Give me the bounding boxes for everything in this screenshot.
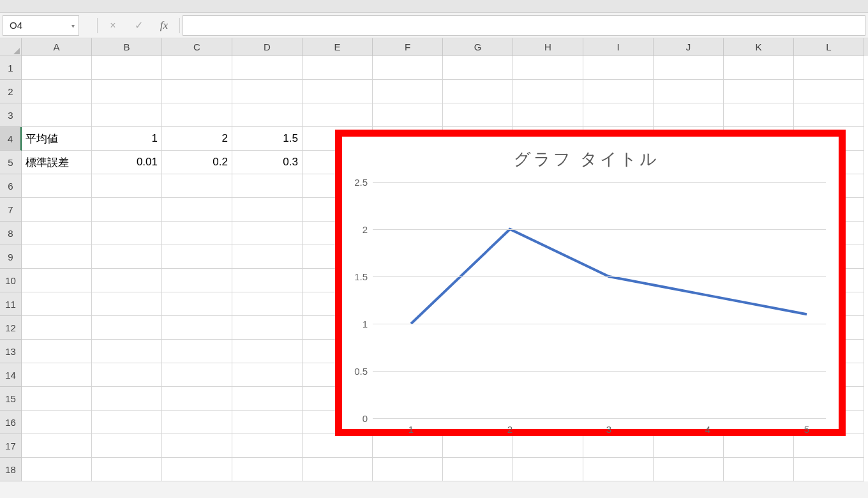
cell-B5[interactable]: 0.01 xyxy=(92,151,162,174)
cell-H3[interactable] xyxy=(513,103,583,127)
column-header-G[interactable]: G xyxy=(443,38,513,56)
cell-I1[interactable] xyxy=(583,56,654,80)
cell-D1[interactable] xyxy=(232,56,303,80)
row-header-9[interactable]: 9 xyxy=(0,245,22,269)
cell-L3[interactable] xyxy=(794,103,864,127)
cell-F17[interactable] xyxy=(373,434,443,458)
fx-icon[interactable]: fx xyxy=(151,15,177,36)
column-header-C[interactable]: C xyxy=(162,38,232,56)
cell-A4[interactable]: 平均値 xyxy=(22,127,92,151)
cell-B17[interactable] xyxy=(92,434,162,458)
column-header-L[interactable]: L xyxy=(794,38,864,56)
cell-A2[interactable] xyxy=(22,80,92,103)
row-header-6[interactable]: 6 xyxy=(0,174,22,198)
cell-B7[interactable] xyxy=(92,198,162,222)
cell-G1[interactable] xyxy=(443,56,513,80)
cell-B15[interactable] xyxy=(92,387,162,411)
cell-I17[interactable] xyxy=(583,434,654,458)
cell-A5[interactable]: 標準誤差 xyxy=(22,151,92,174)
cell-A3[interactable] xyxy=(22,103,92,127)
cell-G2[interactable] xyxy=(443,80,513,103)
cell-J3[interactable] xyxy=(654,103,724,127)
cell-D10[interactable] xyxy=(232,269,303,292)
cell-A18[interactable] xyxy=(22,458,92,481)
column-header-D[interactable]: D xyxy=(232,38,303,56)
cell-D2[interactable] xyxy=(232,80,303,103)
cell-B2[interactable] xyxy=(92,80,162,103)
cell-H1[interactable] xyxy=(513,56,583,80)
cell-C3[interactable] xyxy=(162,103,232,127)
column-header-E[interactable]: E xyxy=(303,38,373,56)
cell-B14[interactable] xyxy=(92,363,162,387)
cell-F3[interactable] xyxy=(373,103,443,127)
cell-F1[interactable] xyxy=(373,56,443,80)
cell-L17[interactable] xyxy=(794,434,864,458)
cell-A6[interactable] xyxy=(22,174,92,198)
row-header-8[interactable]: 8 xyxy=(0,222,22,245)
cell-C17[interactable] xyxy=(162,434,232,458)
cell-C13[interactable] xyxy=(162,340,232,363)
cell-A13[interactable] xyxy=(22,340,92,363)
cell-E17[interactable] xyxy=(303,434,373,458)
cell-C9[interactable] xyxy=(162,245,232,269)
cell-G3[interactable] xyxy=(443,103,513,127)
row-header-17[interactable]: 17 xyxy=(0,434,22,458)
row-header-15[interactable]: 15 xyxy=(0,387,22,411)
cell-I2[interactable] xyxy=(583,80,654,103)
cell-A16[interactable] xyxy=(22,411,92,434)
cell-J1[interactable] xyxy=(654,56,724,80)
cell-C6[interactable] xyxy=(162,174,232,198)
cell-E18[interactable] xyxy=(303,458,373,481)
cell-B8[interactable] xyxy=(92,222,162,245)
cell-K2[interactable] xyxy=(724,80,794,103)
cell-B11[interactable] xyxy=(92,292,162,316)
cell-D7[interactable] xyxy=(232,198,303,222)
cell-C1[interactable] xyxy=(162,56,232,80)
cell-E2[interactable] xyxy=(303,80,373,103)
column-header-H[interactable]: H xyxy=(513,38,583,56)
cell-C8[interactable] xyxy=(162,222,232,245)
cell-C16[interactable] xyxy=(162,411,232,434)
chart-object[interactable]: グラフ タイトル 00.511.522.512345 xyxy=(335,130,846,436)
cell-D11[interactable] xyxy=(232,292,303,316)
cell-C11[interactable] xyxy=(162,292,232,316)
cell-F2[interactable] xyxy=(373,80,443,103)
cell-C7[interactable] xyxy=(162,198,232,222)
cell-A15[interactable] xyxy=(22,387,92,411)
row-header-10[interactable]: 10 xyxy=(0,269,22,292)
name-box[interactable]: O4 ▾ xyxy=(3,15,79,36)
cell-D15[interactable] xyxy=(232,387,303,411)
cell-J17[interactable] xyxy=(654,434,724,458)
cell-B13[interactable] xyxy=(92,340,162,363)
cell-C5[interactable]: 0.2 xyxy=(162,151,232,174)
cancel-icon[interactable]: × xyxy=(100,15,126,36)
column-header-K[interactable]: K xyxy=(724,38,794,56)
row-header-2[interactable]: 2 xyxy=(0,80,22,103)
cell-L2[interactable] xyxy=(794,80,864,103)
row-header-14[interactable]: 14 xyxy=(0,363,22,387)
cell-A8[interactable] xyxy=(22,222,92,245)
column-header-B[interactable]: B xyxy=(92,38,162,56)
cell-B6[interactable] xyxy=(92,174,162,198)
cell-D18[interactable] xyxy=(232,458,303,481)
cell-D16[interactable] xyxy=(232,411,303,434)
cell-E3[interactable] xyxy=(303,103,373,127)
cell-E1[interactable] xyxy=(303,56,373,80)
cell-C10[interactable] xyxy=(162,269,232,292)
cell-B10[interactable] xyxy=(92,269,162,292)
cell-L18[interactable] xyxy=(794,458,864,481)
cell-B1[interactable] xyxy=(92,56,162,80)
cell-I18[interactable] xyxy=(583,458,654,481)
cell-C12[interactable] xyxy=(162,316,232,340)
select-all-corner[interactable] xyxy=(0,38,22,56)
cell-C2[interactable] xyxy=(162,80,232,103)
column-header-F[interactable]: F xyxy=(373,38,443,56)
cell-H2[interactable] xyxy=(513,80,583,103)
cell-A14[interactable] xyxy=(22,363,92,387)
cell-B18[interactable] xyxy=(92,458,162,481)
cell-D17[interactable] xyxy=(232,434,303,458)
enter-icon[interactable]: ✓ xyxy=(126,15,151,36)
chart-title[interactable]: グラフ タイトル xyxy=(347,148,826,170)
cell-A11[interactable] xyxy=(22,292,92,316)
cell-A1[interactable] xyxy=(22,56,92,80)
